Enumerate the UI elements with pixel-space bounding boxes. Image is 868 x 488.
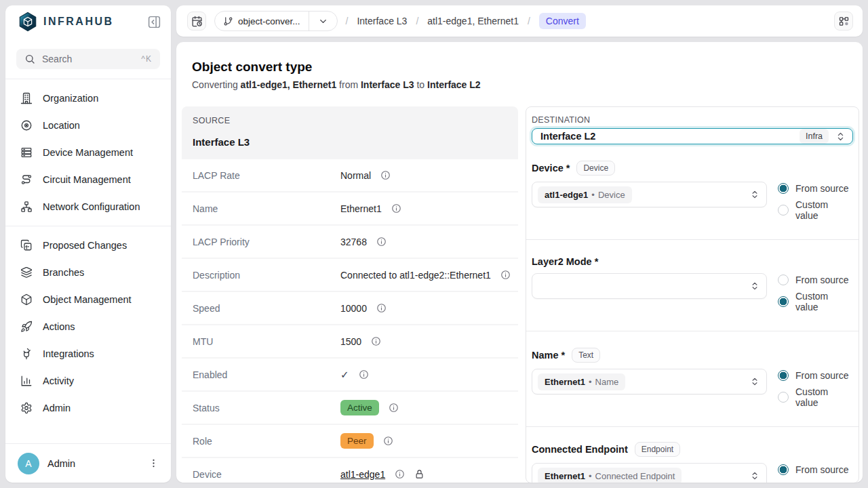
field-label: Connected Endpoint [532, 444, 628, 455]
search-icon [24, 54, 35, 64]
sidebar-item-admin[interactable]: Admin [5, 394, 171, 422]
nav-label: Location [43, 120, 80, 131]
sidebar-item-activity[interactable]: Activity [5, 367, 171, 394]
radio-dot [778, 296, 789, 307]
field-kind-badge: Text [572, 348, 600, 363]
info-icon[interactable] [395, 469, 405, 479]
field-device: Device * Device atl1-edge1•Device From s… [526, 144, 859, 240]
pill-separator: • [591, 190, 595, 200]
rocket-icon [20, 321, 33, 333]
sidebar-item-network-configuration[interactable]: Network Configuration [5, 193, 171, 220]
info-icon[interactable] [376, 303, 387, 313]
info-icon[interactable] [371, 336, 381, 346]
field-label: Name * [532, 350, 565, 361]
radio-custom-value[interactable]: Custom value [778, 199, 853, 221]
field-kind-badge: Device [576, 161, 615, 176]
selected-value-pill: atl1-edge1•Device [538, 186, 632, 203]
field-layer2-mode: Layer2 Mode * From source Custom value [526, 240, 859, 331]
sidebar-item-proposed-changes[interactable]: Proposed Changes [5, 232, 171, 259]
row-label: Role [193, 436, 340, 447]
sidebar-group-objects: Organization Location Device Management … [5, 79, 171, 226]
pill-sub: Name [595, 377, 619, 387]
source-row-mtu: MTU 1500 [182, 325, 518, 357]
radio-custom-value[interactable]: Custom value [778, 291, 853, 312]
nav-label: Network Configuration [43, 201, 140, 212]
nav-label: Admin [43, 403, 71, 413]
nav-label: Branches [43, 267, 84, 278]
source-panel: SOURCE Interface L3 LACP Rate Normal Nam… [182, 106, 518, 483]
radio-from-source[interactable]: From source [778, 370, 853, 381]
info-icon[interactable] [383, 436, 393, 446]
subtitle-to-type: Interface L2 [427, 79, 481, 90]
destination-type-select[interactable]: Interface L2 Infra [532, 128, 853, 144]
source-row-speed: Speed 10000 [182, 292, 518, 324]
radio-dot [778, 205, 789, 216]
row-label: Status [193, 403, 340, 413]
network-icon [20, 201, 33, 213]
device-link[interactable]: atl1-edge1 [340, 469, 385, 480]
sidebar-collapse-icon[interactable] [145, 13, 163, 30]
info-icon[interactable] [359, 369, 369, 380]
source-row-status: Status Active [182, 392, 518, 424]
sidebar-item-location[interactable]: Location [5, 112, 171, 139]
row-value: 10000 [340, 303, 367, 314]
plug-icon [20, 348, 33, 360]
user-name: Admin [47, 458, 137, 469]
info-icon[interactable] [380, 170, 391, 180]
breadcrumb-interface-l3[interactable]: Interface L3 [357, 16, 407, 26]
user-menu-kebab-icon[interactable] [145, 455, 161, 472]
page-title: Object convert type [192, 60, 863, 75]
info-icon[interactable] [376, 237, 387, 247]
page-subtitle: Converting atl1-edge1, Ethernet1 from In… [192, 79, 863, 90]
search-input[interactable]: Search ^K [16, 49, 160, 69]
sidebar-item-circuit-management[interactable]: Circuit Management [5, 166, 171, 193]
time-travel-button[interactable] [187, 12, 206, 30]
info-icon[interactable] [389, 403, 399, 413]
nav-label: Object Management [43, 294, 132, 305]
sidebar-item-actions[interactable]: Actions [5, 313, 171, 340]
subtitle-object: atl1-edge1, Ethernet1 [241, 79, 337, 90]
row-label: LACP Rate [193, 170, 340, 181]
layer2-mode-select[interactable] [532, 273, 767, 299]
gear-icon [20, 402, 33, 414]
radio-from-source[interactable]: From source [778, 274, 853, 285]
breadcrumb-object[interactable]: atl1-edge1, Ethernet1 [427, 16, 519, 26]
branch-selector[interactable]: object-conver... [214, 11, 338, 31]
sidebar-item-object-management[interactable]: Object Management [5, 286, 171, 313]
sidebar-item-branches[interactable]: Branches [5, 259, 171, 286]
connected-endpoint-select[interactable]: Ethernet1•Connected Endpoint [532, 463, 767, 483]
radio-custom-value[interactable]: Custom value [778, 386, 853, 408]
sidebar-item-integrations[interactable]: Integrations [5, 340, 171, 367]
device-select[interactable]: atl1-edge1•Device [532, 182, 767, 207]
breadcrumb-convert[interactable]: Convert [539, 13, 586, 29]
chevrons-up-down-icon [750, 377, 760, 386]
calendar-clock-icon [191, 16, 203, 27]
status-badge: Active [340, 400, 379, 415]
sidebar-item-organization[interactable]: Organization [5, 85, 171, 112]
pill-main: Ethernet1 [545, 377, 585, 387]
name-select[interactable]: Ethernet1•Name [532, 369, 767, 394]
radio-label: Custom value [795, 386, 853, 408]
source-row-enabled: Enabled ✓ [182, 359, 518, 390]
sidebar-item-device-management[interactable]: Device Management [5, 139, 171, 166]
breadcrumb: / Interface L3 / atl1-edge1, Ethernet1 /… [346, 13, 586, 29]
chevrons-up-down-icon [835, 131, 846, 142]
field-name: Name * Text Ethernet1•Name From source C… [526, 331, 859, 427]
schema-button[interactable] [834, 12, 853, 30]
cube-icon [20, 293, 33, 306]
radio-from-source[interactable]: From source [778, 464, 853, 475]
schema-diagram-icon [838, 16, 850, 27]
radio-custom-value[interactable]: Custom value [778, 481, 853, 483]
infrahub-logo: INFRAHUB [18, 12, 140, 32]
route-icon [20, 174, 33, 186]
info-icon[interactable] [500, 270, 511, 280]
pill-separator: • [589, 377, 592, 387]
nav-label: Circuit Management [43, 174, 131, 185]
radio-from-source[interactable]: From source [778, 183, 853, 194]
avatar[interactable]: A [18, 453, 39, 474]
pill-separator: • [589, 471, 592, 481]
server-icon [20, 146, 33, 159]
info-icon[interactable] [391, 203, 401, 214]
bar-chart-icon [20, 375, 33, 387]
source-panel-label: SOURCE [193, 116, 507, 125]
